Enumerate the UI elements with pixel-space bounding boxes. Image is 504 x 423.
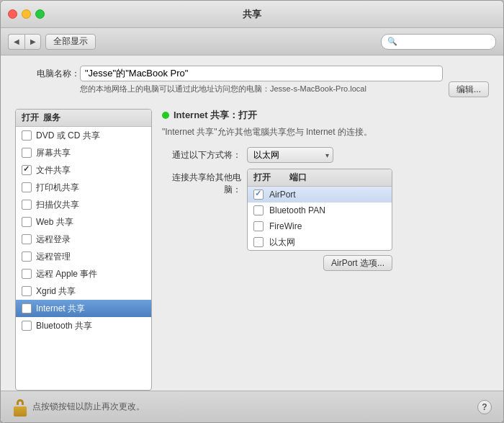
address-text: 您的本地网络上的电脑可以通过此地址访问您的电脑：Jesse-s-MacBook-… [80, 84, 443, 94]
connection-item[interactable]: ✓AirPort [248, 187, 392, 202]
sharing-from-row: 通过以下方式将： 以太网 [162, 147, 489, 163]
service-checkbox[interactable] [22, 234, 32, 244]
service-checkbox[interactable] [22, 251, 32, 262]
connection-checkbox[interactable] [253, 221, 264, 231]
lock-text: 点按锁按钮以防止再次更改。 [32, 401, 145, 413]
connection-checkbox[interactable] [253, 205, 264, 215]
connection-checkbox[interactable]: ✓ [253, 190, 264, 200]
from-select-wrapper: 以太网 [247, 147, 333, 163]
system-preferences-window: 共享 ◀ ▶ 全部显示 🔍 电脑名称： 您的本地网络上的电脑可以通过此地址访问您… [0, 0, 504, 423]
right-panel: Internet 共享：打开 "Internet 共享"允许其他電腦共享您与 I… [162, 109, 489, 391]
service-item[interactable]: ✓Internet 共享 [16, 300, 151, 317]
service-name: 打印机共享 [36, 182, 79, 194]
lock-area[interactable]: 点按锁按钮以防止再次更改。 [12, 398, 145, 417]
close-button[interactable] [8, 9, 17, 19]
forward-button[interactable]: ▶ [24, 34, 41, 50]
service-checkbox[interactable] [22, 200, 32, 210]
conn-header-port: 端口 [289, 172, 307, 184]
sharing-title: Internet 共享：打开 [174, 109, 257, 122]
status-dot [162, 112, 169, 119]
search-box[interactable]: 🔍 [381, 34, 496, 50]
connection-name: AirPort [269, 190, 296, 200]
connection-name: Bluetooth PAN [269, 205, 325, 215]
computer-name-field[interactable] [80, 66, 443, 81]
zoom-button[interactable] [35, 9, 45, 19]
airport-options-button[interactable]: AirPort 选项... [323, 255, 392, 271]
service-checkbox[interactable]: ✓ [22, 165, 32, 175]
window-title: 共享 [243, 8, 261, 21]
connections-table: 打开 端口 ✓AirPortBluetooth PANFireWire以太网 [247, 169, 392, 251]
lock-body [14, 406, 27, 417]
main-panel: 打开 服务 DVD 或 CD 共享屏幕共享✓文件共享打印机共享扫描仪共享Web … [15, 109, 489, 391]
service-name: Bluetooth 共享 [36, 320, 92, 332]
sharing-to-row: 连接共享给其他电脑： 打开 端口 ✓AirPortBluetooth PANFi… [162, 169, 489, 271]
services-items: DVD 或 CD 共享屏幕共享✓文件共享打印机共享扫描仪共享Web 共享远程登录… [16, 127, 151, 390]
connection-name: FireWire [269, 221, 302, 231]
minimize-button[interactable] [22, 9, 31, 19]
service-item[interactable]: 打印机共享 [16, 179, 151, 196]
search-input[interactable] [400, 37, 490, 47]
search-icon: 🔍 [387, 37, 397, 46]
service-name: 扫描仪共享 [36, 199, 79, 211]
service-checkbox[interactable] [22, 269, 32, 279]
from-select[interactable]: 以太网 [247, 147, 333, 163]
connection-item[interactable]: Bluetooth PAN [248, 202, 392, 218]
toolbar: ◀ ▶ 全部显示 🔍 [1, 28, 503, 55]
connections-header: 打开 端口 [248, 169, 392, 187]
services-list: 打开 服务 DVD 或 CD 共享屏幕共享✓文件共享打印机共享扫描仪共享Web … [15, 109, 152, 391]
service-checkbox[interactable] [22, 286, 32, 296]
to-label: 连接共享给其他电脑： [162, 169, 241, 196]
connections-items: ✓AirPortBluetooth PANFireWire以太网 [248, 187, 392, 250]
service-name: 远程管理 [36, 251, 71, 263]
computer-name-label: 电脑名称： [15, 66, 80, 80]
services-header-open: 打开 [22, 112, 43, 124]
service-item[interactable]: 远程管理 [16, 248, 151, 265]
lock-shackle [17, 399, 24, 405]
service-name: 远程 Apple 事件 [36, 268, 97, 280]
service-name: 文件共享 [36, 164, 71, 177]
computer-name-input-col: 您的本地网络上的电脑可以通过此地址访问您的电脑：Jesse-s-MacBook-… [80, 66, 443, 94]
services-header: 打开 服务 [16, 110, 151, 127]
service-name: Internet 共享 [36, 303, 85, 315]
titlebar: 共享 [1, 1, 503, 28]
service-name: 屏幕共享 [36, 147, 71, 159]
connection-name: 以太网 [269, 236, 295, 249]
service-item[interactable]: ✓文件共享 [16, 161, 151, 179]
internet-sharing-header: Internet 共享：打开 [162, 109, 489, 122]
service-item[interactable]: Web 共享 [16, 213, 151, 231]
service-checkbox[interactable] [22, 182, 32, 192]
traffic-lights [8, 9, 45, 19]
service-checkbox[interactable]: ✓ [22, 303, 32, 313]
service-name: DVD 或 CD 共享 [36, 130, 100, 142]
lock-icon [12, 398, 28, 417]
service-item[interactable]: 屏幕共享 [16, 144, 151, 161]
service-checkbox[interactable] [22, 130, 32, 141]
service-checkbox[interactable] [22, 148, 32, 158]
connections-col: 打开 端口 ✓AirPortBluetooth PANFireWire以太网 A… [247, 169, 392, 271]
service-name: 远程登录 [36, 233, 71, 246]
connection-item[interactable]: FireWire [248, 218, 392, 234]
edit-button[interactable]: 编辑... [449, 81, 489, 97]
services-header-service: 服务 [43, 112, 60, 124]
service-checkbox[interactable] [22, 321, 32, 331]
all-display-button[interactable]: 全部显示 [45, 34, 96, 50]
nav-button-group: ◀ ▶ [8, 34, 41, 50]
connection-checkbox[interactable] [253, 237, 264, 247]
from-label: 通过以下方式将： [162, 149, 241, 161]
back-button[interactable]: ◀ [8, 34, 24, 50]
service-item[interactable]: 扫描仪共享 [16, 196, 151, 213]
connection-item[interactable]: 以太网 [248, 234, 392, 250]
service-item[interactable]: 远程 Apple 事件 [16, 265, 151, 282]
service-checkbox[interactable] [22, 217, 32, 227]
conn-header-open: 打开 [253, 172, 289, 184]
service-item[interactable]: DVD 或 CD 共享 [16, 127, 151, 144]
content-area: 电脑名称： 您的本地网络上的电脑可以通过此地址访问您的电脑：Jesse-s-Ma… [1, 55, 503, 391]
computer-name-row: 电脑名称： 您的本地网络上的电脑可以通过此地址访问您的电脑：Jesse-s-Ma… [15, 66, 489, 97]
sharing-description: "Internet 共享"允许其他電腦共享您与 Internet 的连接。 [162, 126, 489, 138]
service-name: Xgrid 共享 [36, 285, 76, 298]
service-name: Web 共享 [36, 216, 73, 228]
service-item[interactable]: 远程登录 [16, 231, 151, 248]
service-item[interactable]: Bluetooth 共享 [16, 317, 151, 334]
help-button[interactable]: ? [477, 400, 492, 414]
service-item[interactable]: Xgrid 共享 [16, 282, 151, 300]
